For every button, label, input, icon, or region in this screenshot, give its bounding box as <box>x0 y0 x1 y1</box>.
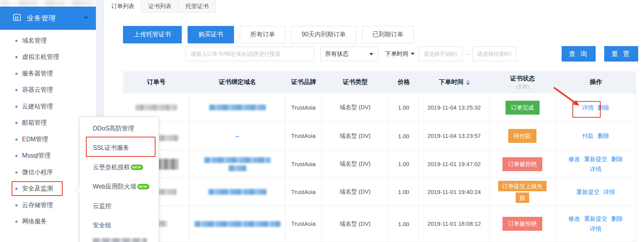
reset-button[interactable]: 重 置 <box>604 46 638 62</box>
sidebar-item-site-builder[interactable]: 云建站管理 <box>0 98 96 115</box>
resubmit-link[interactable]: 重新提交 <box>584 156 607 162</box>
order-table: 订单号 证书绑定域名 证书品牌 证书类型 价格 下单时间 证书状态 (全部) 操… <box>123 71 636 242</box>
bullet-icon <box>15 56 17 58</box>
filter-bar: 所有状态 下单时间 -- 查 询 重 置 <box>186 46 638 62</box>
bullet-icon <box>15 89 17 91</box>
sidebar-item-virtual-host[interactable]: 虚拟主机管理 <box>0 49 96 66</box>
sidebar-header-label: 业务管理 <box>27 14 56 23</box>
buy-cert-button[interactable]: 购买证书 <box>188 26 234 43</box>
bullet-icon <box>15 155 17 157</box>
redacted-breadcrumb <box>0 0 96 6</box>
table-row: -- TrustAsia 域名型 (DV) 1.00 2019-11-04 13… <box>123 122 636 150</box>
caret-down-icon <box>411 53 415 55</box>
date-range-separator: -- <box>466 51 469 57</box>
table-row: TrustAsia 域名型 (DV) 1.00 2019-11-01 18:08… <box>123 206 636 242</box>
all-orders-button[interactable]: 所有订单 <box>240 26 285 43</box>
submenu-item-bastion-host[interactable]: 云堡垒机授权NEW <box>80 158 159 177</box>
table-row: TrustAsia 域名型 (DV) 1.00 2019-11-01 19:47… <box>123 150 636 178</box>
time-field-dropdown[interactable]: 下单时间 <box>385 46 415 61</box>
header-order-no: 订单号 <box>123 71 190 93</box>
status-badge: 订单完成 <box>506 101 540 115</box>
grid-icon <box>13 13 21 23</box>
submenu-item-ssl-cert-service[interactable]: SSL证书服务 <box>80 138 159 158</box>
pay-link[interactable]: 付款 <box>582 132 594 139</box>
expiring-90d-orders-button[interactable]: 90天内到期订单 <box>291 26 356 43</box>
toolbar: 上传托管证书 购买证书 所有订单 90天内到期订单 已到期订单 <box>123 26 420 43</box>
modify-link[interactable]: 修改 <box>569 156 580 162</box>
status-badge: 订单被拒绝 <box>502 157 542 171</box>
modify-link[interactable]: 修改 <box>569 215 580 222</box>
bullet-icon <box>15 139 17 141</box>
redacted-order-number <box>157 159 178 170</box>
status-filter-hint: (全部) <box>516 83 530 90</box>
sidebar-item-domain[interactable]: 域名管理 <box>0 33 96 49</box>
resubmit-link[interactable]: 重新提交 <box>584 215 607 222</box>
redacted-domain <box>204 157 271 163</box>
header-status[interactable]: 证书状态 (全部) <box>490 71 555 93</box>
delete-link[interactable]: 删除 <box>611 156 623 162</box>
redacted-domain <box>209 105 266 110</box>
caret-down-icon <box>84 17 88 19</box>
ssl-certificate-console: 业务管理 域名管理 虚拟主机管理 服务器管理 容器云管理 云建站管理 邮箱管理 … <box>0 0 644 242</box>
detail-link[interactable]: 详情 <box>590 225 601 232</box>
header-domain: 证书绑定域名 <box>190 71 285 93</box>
sidebar-header-business-management[interactable]: 业务管理 <box>0 7 96 30</box>
bullet-icon <box>15 204 17 206</box>
query-button[interactable]: 查 询 <box>562 46 596 62</box>
bullet-icon <box>15 106 17 108</box>
delete-link[interactable]: 删除 <box>598 132 609 139</box>
new-badge: NEW <box>137 184 150 189</box>
submenu-item-cloud-monitor[interactable]: 云监控 <box>80 196 159 216</box>
resubmit-link[interactable]: 重新提交 <box>576 189 600 195</box>
clipped-submenu-item <box>93 238 147 242</box>
redacted-order-number <box>156 135 179 141</box>
header-time-sortable[interactable]: 下单时间 <box>419 71 490 93</box>
redacted-domain <box>195 221 280 227</box>
status-select[interactable]: 所有状态 <box>320 46 378 61</box>
redacted-domain <box>208 189 266 195</box>
redacted-order-number <box>135 105 177 110</box>
search-input[interactable] <box>186 46 314 61</box>
status-badge: 订单被拒绝 <box>502 217 542 231</box>
sidebar-item-server[interactable]: 服务器管理 <box>0 65 96 82</box>
tab-order-list[interactable]: 订单列表 <box>104 0 142 13</box>
status-badge: 待付款 <box>508 129 536 143</box>
bullet-icon <box>15 172 17 173</box>
bullet-icon <box>15 221 17 223</box>
end-date-input[interactable] <box>472 46 516 61</box>
security-submenu-flyout: DDoS高防管理 SSL证书服务 云堡垒机授权NEW Web应用防火墙NEW 云… <box>79 117 159 242</box>
header-price: 价格 <box>389 71 419 93</box>
redacted-domain <box>229 165 246 171</box>
tab-cert-list[interactable]: 证书列表 <box>142 0 179 13</box>
detail-link[interactable]: 详情 <box>603 189 615 195</box>
sort-icon[interactable] <box>466 80 470 85</box>
sidebar-item-container-cloud[interactable]: 容器云管理 <box>0 82 96 99</box>
header-type: 证书类型 <box>322 71 389 93</box>
table-row: TrustAsia 域名型 (DV) 1.00 2019-11-04 13:25… <box>123 93 636 122</box>
submenu-item-ddos[interactable]: DDoS高防管理 <box>80 119 159 138</box>
submenu-item-web-firewall[interactable]: Web应用防火墙NEW <box>80 177 159 196</box>
status-badge: 订单提交上级失败 <box>498 181 547 203</box>
upload-hosted-cert-button[interactable]: 上传托管证书 <box>123 26 182 43</box>
expired-orders-button[interactable]: 已到期订单 <box>362 26 414 43</box>
submenu-item-security-group[interactable]: 安全组 <box>80 216 159 235</box>
start-date-input[interactable] <box>419 46 463 61</box>
bullet-icon <box>15 122 17 124</box>
bullet-icon <box>15 73 17 75</box>
tab-hosted-certs[interactable]: 托管证书 <box>179 0 216 13</box>
header-brand: 证书品牌 <box>285 71 322 93</box>
detail-link[interactable]: 详情 <box>582 104 594 111</box>
new-badge: NEW <box>131 165 143 170</box>
detail-link[interactable]: 详情 <box>590 166 601 172</box>
header-action: 操作 <box>555 71 636 93</box>
tabbar: 订单列表 证书列表 托管证书 <box>104 0 216 13</box>
table-header-row: 订单号 证书绑定域名 证书品牌 证书类型 价格 下单时间 证书状态 (全部) 操… <box>123 71 636 93</box>
delete-link[interactable]: 删除 <box>611 215 623 222</box>
table-row: TrustAsia 域名型 (DV) 1.00 2019-11-01 19:40… <box>123 178 636 206</box>
caret-down-icon <box>369 53 373 55</box>
bullet-icon <box>15 40 17 42</box>
bullet-icon <box>15 188 17 190</box>
delete-link[interactable]: 删除 <box>598 104 609 111</box>
redacted-order-number <box>156 189 176 195</box>
